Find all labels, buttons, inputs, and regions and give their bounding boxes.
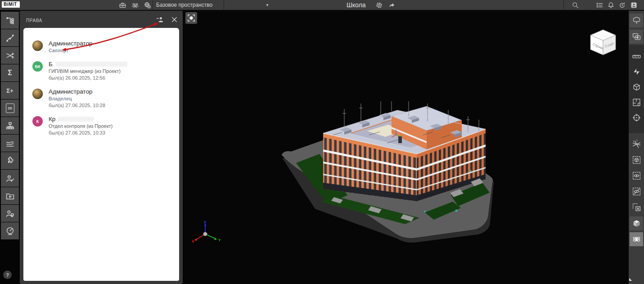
toolbar-button-2d-sheet[interactable]: 2D <box>1 99 19 117</box>
redacted-text <box>55 62 127 67</box>
toolbar-button-sigma[interactable]: Σ <box>1 64 19 81</box>
toolbar-button-ruler[interactable] <box>630 50 643 63</box>
toolbar-button-org-chart[interactable] <box>1 117 19 134</box>
axis-y-label: Y <box>218 238 221 242</box>
axis-z-label: Z <box>204 221 206 224</box>
toolbar-button-clear-selection[interactable] <box>630 200 643 214</box>
share-arrow-icon <box>388 1 396 9</box>
toolbar-button-sigma-plus[interactable]: Σ+ <box>1 82 19 99</box>
account-badge-icon <box>630 1 638 9</box>
close-panel-button[interactable] <box>169 15 179 24</box>
user-name-text: Б <box>49 60 53 68</box>
close-icon <box>170 15 179 24</box>
user-last-seen: был(а) 27.06.2025, 10:33 <box>49 130 113 136</box>
user-row[interactable]: К Кр Отдел контроля (из Проект) был(а) 2… <box>23 111 179 139</box>
isolate-cube-icon <box>632 155 641 165</box>
list-button[interactable] <box>595 1 604 9</box>
target-icon <box>632 113 641 122</box>
toolbar-button-scene-tree[interactable] <box>630 14 643 27</box>
toolbar-button-hide-selection[interactable] <box>630 185 643 198</box>
folder-share-icon <box>5 191 15 201</box>
app-logo[interactable]: BiMiT <box>2 1 20 8</box>
rights-panel-header: ПРАВА <box>20 10 183 28</box>
remove-user-button[interactable] <box>155 15 165 24</box>
remove-user-icon <box>156 15 164 24</box>
toolbar-button-charts[interactable] <box>1 135 19 152</box>
briefcase-icon <box>119 1 126 9</box>
bell-icon <box>607 1 615 9</box>
tree-icon <box>632 16 641 25</box>
notifications-button[interactable] <box>606 1 615 9</box>
toolbar-button-user-location[interactable] <box>1 205 19 222</box>
user-last-seen: был(а) 27.06.2025, 10:28 <box>49 102 105 109</box>
charts-icon <box>5 139 15 148</box>
toolbar-button-folder-share[interactable] <box>1 187 19 204</box>
svg-text:1: 1 <box>633 140 634 143</box>
user-role: Отдел контроля (из Проект) <box>49 123 113 130</box>
share-button[interactable] <box>387 1 396 9</box>
toolbar-button-model-tree[interactable] <box>1 12 19 29</box>
right-toolbar: 1 2 <box>629 10 644 284</box>
divider <box>224 0 224 10</box>
user-name: Администратор <box>49 40 92 47</box>
toolbar-button-focus-target[interactable] <box>630 111 643 125</box>
settings-button[interactable] <box>374 1 383 9</box>
toolbar-button-plugins[interactable] <box>1 152 19 169</box>
user-row[interactable]: БК Б ГИП/BIM менеджер (из Проект) был(а)… <box>23 56 179 84</box>
toolbar-button-solid-cube[interactable] <box>630 216 643 230</box>
project-title: Школа <box>347 0 366 10</box>
user-avatar: К <box>32 116 43 126</box>
toolbar-button-user-check[interactable] <box>1 170 19 187</box>
toolbar-button-orbit-mode[interactable] <box>630 232 643 246</box>
history-button[interactable] <box>617 1 626 9</box>
toolbar-button-section-box[interactable] <box>630 80 643 94</box>
help-label: ? <box>6 272 9 278</box>
users-list: Администратор Саппорт БК Б ГИП/BIM менед… <box>23 28 179 281</box>
briefcase-icon-button[interactable] <box>118 1 127 9</box>
chevron-down-icon: ▼ <box>266 3 269 7</box>
list-icon <box>596 1 603 9</box>
user-name: Кр <box>49 115 113 123</box>
user-check-icon <box>5 174 15 183</box>
team-icon-button[interactable] <box>131 1 140 9</box>
school-3d-model[interactable] <box>263 101 502 245</box>
focus-view-button[interactable] <box>185 12 197 24</box>
axis-x-label: X <box>192 239 194 243</box>
toolbar-button-isolate-selection[interactable] <box>630 153 643 167</box>
user-avatar <box>32 89 43 99</box>
search-button[interactable] <box>571 1 580 9</box>
toolbar-button-capture-screens[interactable] <box>630 30 643 44</box>
workspace-selector[interactable]: Базовое пространство ▼ <box>156 0 269 10</box>
user-row[interactable]: Администратор Владелец был(а) 27.06.2025… <box>23 84 179 111</box>
account-button[interactable] <box>629 1 638 9</box>
solid-cube-icon <box>632 219 641 228</box>
gauge-icon <box>5 226 15 236</box>
toolbar-button-show-selection[interactable] <box>630 169 643 183</box>
globe-sync-icon-button[interactable] <box>143 1 152 9</box>
puzzle-icon <box>5 156 15 166</box>
left-toolbar: Σ Σ+ 2D <box>0 10 20 284</box>
user-row[interactable]: Администратор Саппорт <box>23 28 179 56</box>
top-bar: BiMiT Базовое пространство ▼ Школа <box>0 0 644 11</box>
panel-title: ПРАВА <box>26 18 42 23</box>
model-tree-icon <box>5 16 15 25</box>
view-cube[interactable]: Справа Сзади <box>586 25 620 58</box>
toolbar-button-floor-plan[interactable] <box>630 95 643 109</box>
user-last-seen: был(а) 26.06.2025, 12:56 <box>49 75 127 81</box>
toolbar-button-shuffle[interactable] <box>1 47 19 64</box>
node-path-icon <box>5 33 15 43</box>
help-button[interactable]: ? <box>3 270 12 279</box>
focus-frame-icon <box>186 13 197 23</box>
toolbar-button-node-path[interactable] <box>1 29 19 46</box>
toolbar-button-flip[interactable] <box>630 65 643 79</box>
user-avatar: БК <box>32 61 43 72</box>
toolbar-button-axes-grid[interactable]: 1 2 <box>630 137 643 151</box>
svg-text:2: 2 <box>636 140 637 142</box>
redacted-text <box>58 117 94 122</box>
toolbar-button-dashboard[interactable] <box>1 222 19 239</box>
team-icon <box>131 1 139 9</box>
user-role: Владелец <box>49 95 105 102</box>
orbit-icon <box>632 234 641 244</box>
eye-icon <box>632 171 641 180</box>
user-name-text: Администратор <box>49 40 92 47</box>
